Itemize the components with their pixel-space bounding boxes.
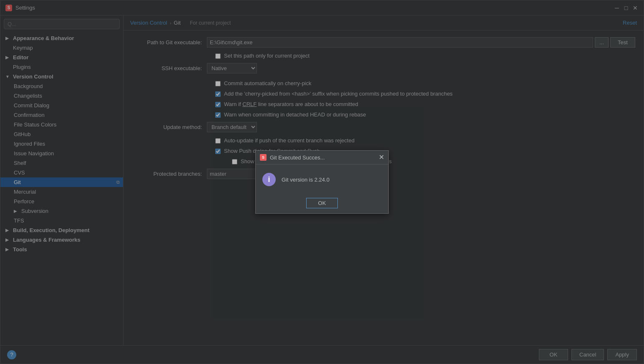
dialog-message: Git version is 2.24.0 [282,177,330,183]
info-icon: i [262,173,276,186]
dialog-app-icon: S [260,154,267,161]
dialog-title: Git Executed Succes... [270,154,379,161]
dialog-overlay: S Git Executed Succes... ✕ i Git version… [0,0,644,364]
dialog-body: i Git version is 2.24.0 [256,164,388,195]
dialog-close-button[interactable]: ✕ [379,154,384,161]
dialog-ok-button[interactable]: OK [306,198,338,208]
git-success-dialog: S Git Executed Succes... ✕ i Git version… [255,150,389,214]
dialog-footer: OK [256,195,388,213]
dialog-title-bar: S Git Executed Succes... ✕ [256,151,388,164]
